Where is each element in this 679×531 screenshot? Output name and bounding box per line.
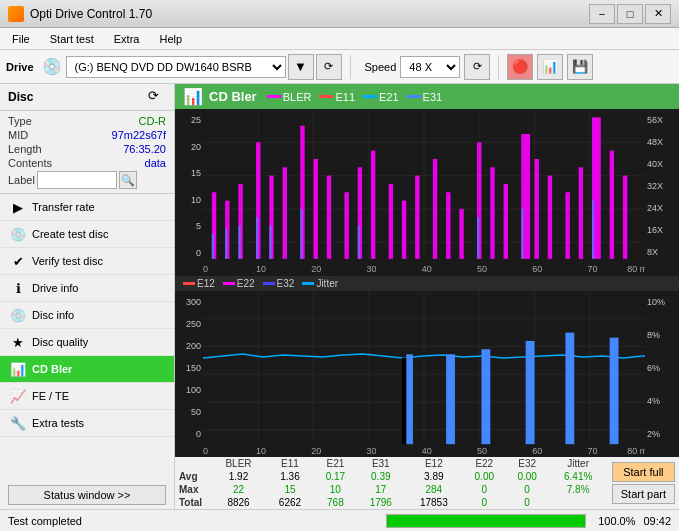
y2-right-2: 2% (647, 429, 677, 439)
drive-refresh-button[interactable]: ⟳ (316, 54, 342, 80)
svg-rect-44 (256, 217, 258, 259)
sidebar-item-extra-tests[interactable]: 🔧 Extra tests (0, 410, 174, 437)
bottom-chart-plot: 0 10 20 30 40 50 60 70 80 min (203, 291, 645, 458)
maximize-button[interactable]: □ (617, 4, 643, 24)
stats-max-bler: 22 (211, 483, 266, 496)
y-label-10: 10 (177, 195, 201, 205)
e31-color-dot (407, 95, 421, 98)
disc-length-value: 76:35.20 (123, 143, 166, 155)
disc-contents-row: Contents data (8, 157, 166, 169)
sidebar-item-fe-te[interactable]: 📈 FE / TE (0, 383, 174, 410)
close-button[interactable]: ✕ (645, 4, 671, 24)
svg-text:70: 70 (588, 264, 598, 274)
stats-th-jitter: Jitter (549, 457, 608, 470)
svg-rect-40 (623, 176, 627, 259)
disc-label-row: Label 🔍 (8, 171, 166, 189)
disc-label-label: Label (8, 174, 35, 186)
stats-avg-e31: 0.39 (357, 470, 405, 483)
svg-text:20: 20 (311, 264, 321, 274)
chart-header: 📊 CD Bler BLER E11 E21 E31 (175, 84, 679, 109)
svg-text:30: 30 (367, 264, 377, 274)
e11-color-dot (319, 95, 333, 98)
sidebar-item-transfer-rate[interactable]: ▶ Transfer rate (0, 194, 174, 221)
y-right-32: 32X (647, 181, 677, 191)
toolbar-btn-3[interactable]: 💾 (567, 54, 593, 80)
status-time: 09:42 (643, 515, 671, 527)
disc-contents-value: data (145, 157, 166, 169)
menu-start-test[interactable]: Start test (42, 31, 102, 47)
sidebar-item-label-cd-bler: CD Bler (32, 363, 72, 375)
y-label-5: 5 (177, 221, 201, 231)
chart-main-title: CD Bler (209, 89, 257, 104)
stats-avg-bler: 1.92 (211, 470, 266, 483)
svg-text:40: 40 (422, 446, 432, 456)
menubar: File Start test Extra Help (0, 28, 679, 50)
svg-rect-43 (238, 226, 240, 259)
svg-text:50: 50 (477, 264, 487, 274)
svg-text:30: 30 (367, 446, 377, 456)
start-full-button[interactable]: Start full (612, 462, 675, 482)
legend2-e22: E22 (223, 278, 255, 289)
sidebar-item-disc-info[interactable]: 💿 Disc info (0, 302, 174, 329)
svg-rect-19 (314, 159, 318, 259)
sidebar-item-verify-test[interactable]: ✔ Verify test disc (0, 248, 174, 275)
status-window-button[interactable]: Status window >> (8, 485, 166, 505)
drive-arrow-button[interactable]: ▼ (288, 54, 314, 80)
menu-file[interactable]: File (4, 31, 38, 47)
legend-e21-label: E21 (379, 91, 399, 103)
stats-avg-row: Avg 1.92 1.36 0.17 0.39 3.89 0.00 0.00 6… (175, 470, 608, 483)
sidebar-item-drive-info[interactable]: ℹ Drive info (0, 275, 174, 302)
svg-rect-24 (389, 184, 393, 259)
sidebar-item-label-create-test: Create test disc (32, 228, 108, 240)
disc-label-input[interactable] (37, 171, 117, 189)
e12-dot (183, 282, 195, 285)
start-part-button[interactable]: Start part (612, 484, 675, 504)
svg-rect-21 (344, 192, 348, 259)
stats-max-jitter: 7.8% (549, 483, 608, 496)
sidebar-item-disc-quality[interactable]: ★ Disc quality (0, 329, 174, 356)
extra-tests-icon: 🔧 (10, 415, 26, 431)
speed-dropdown[interactable]: 48 X (400, 56, 460, 78)
svg-rect-35 (548, 176, 552, 259)
svg-rect-79 (610, 337, 619, 444)
disc-info-icon: 💿 (10, 307, 26, 323)
charts-stats-area: 25 20 15 10 5 0 (175, 109, 679, 509)
y2-label-200: 200 (177, 341, 201, 351)
legend-bler-label: BLER (283, 91, 312, 103)
toolbar-separator-1 (350, 55, 351, 79)
disc-label-button[interactable]: 🔍 (119, 171, 137, 189)
menu-help[interactable]: Help (151, 31, 190, 47)
disc-quality-icon: ★ (10, 334, 26, 350)
sidebar-item-label-verify-test: Verify test disc (32, 255, 103, 267)
sidebar-menu: ▶ Transfer rate 💿 Create test disc ✔ Ver… (0, 194, 174, 481)
legend2-jitter-label: Jitter (316, 278, 338, 289)
svg-text:10: 10 (256, 264, 266, 274)
minimize-button[interactable]: − (589, 4, 615, 24)
legend-e31-label: E31 (423, 91, 443, 103)
chart2-legend-bar: E12 E22 E32 Jitter (175, 276, 679, 291)
svg-rect-49 (521, 209, 523, 259)
speed-refresh-button[interactable]: ⟳ (464, 54, 490, 80)
disc-refresh-icon[interactable]: ⟳ (148, 88, 166, 106)
drive-info-icon: ℹ (10, 280, 26, 296)
window-controls: − □ ✕ (589, 4, 671, 24)
drive-dropdown[interactable]: (G:) BENQ DVD DD DW1640 BSRB (66, 56, 286, 78)
sidebar-item-create-test[interactable]: 💿 Create test disc (0, 221, 174, 248)
y2-label-150: 150 (177, 363, 201, 373)
stats-avg-e11: 1.36 (266, 470, 314, 483)
toolbar-btn-1[interactable]: 🔴 (507, 54, 533, 80)
sidebar-item-cd-bler[interactable]: 📊 CD Bler (0, 356, 174, 383)
menu-extra[interactable]: Extra (106, 31, 148, 47)
bottom-chart-svg: 0 10 20 30 40 50 60 70 80 min (203, 291, 645, 458)
svg-rect-17 (283, 167, 287, 259)
svg-text:60: 60 (532, 264, 542, 274)
e32-dot (263, 282, 275, 285)
svg-rect-48 (477, 217, 479, 259)
y-right-56: 56X (647, 115, 677, 125)
stats-avg-e12: 3.89 (405, 470, 463, 483)
svg-rect-23 (371, 151, 375, 259)
toolbar-btn-2[interactable]: 📊 (537, 54, 563, 80)
sidebar-item-label-disc-quality: Disc quality (32, 336, 88, 348)
stats-th-e11: E11 (266, 457, 314, 470)
svg-rect-37 (579, 167, 583, 259)
